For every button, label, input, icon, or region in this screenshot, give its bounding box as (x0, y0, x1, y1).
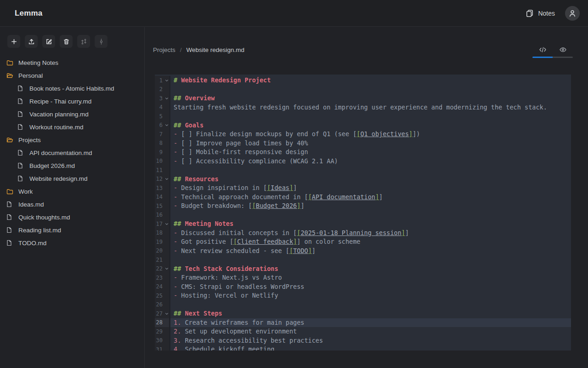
editor-line-content[interactable]: - Budget breakdown: [[Budget 2026]] (170, 201, 571, 211)
editor-line-content[interactable]: - [ ] Finalize design mockups by end of … (170, 130, 571, 139)
notes-button[interactable]: Notes (526, 9, 555, 17)
editor-line-content[interactable]: - Hosting: Vercel or Netlify (170, 291, 571, 300)
markdown-editor[interactable]: 1# Website Redesign Project23## Overview… (155, 75, 571, 351)
editor-line-content[interactable] (170, 112, 571, 121)
editor-line[interactable]: 7- [ ] Finalize design mockups by end of… (155, 130, 571, 139)
fold-chevron-icon[interactable] (164, 177, 169, 181)
editor-line[interactable]: 16 (155, 211, 571, 220)
editor-line[interactable]: 18- Discussed initial concepts in [[2025… (155, 229, 571, 238)
tab-preview-mode[interactable] (553, 44, 573, 56)
fold-chevron-icon[interactable] (164, 222, 169, 226)
commit-button[interactable] (95, 35, 107, 48)
breadcrumb-parent[interactable]: Projects (153, 46, 175, 55)
editor-line[interactable]: 10- [ ] Accessibility compliance (WCAG 2… (155, 157, 571, 166)
editor-line[interactable]: 22## Tech Stack Considerations (155, 264, 571, 274)
editor-line-content[interactable]: - Design inspiration in [[Ideas]] (170, 184, 571, 193)
editor-line[interactable]: 4Starting fresh website redesign focused… (155, 103, 571, 112)
wikilink[interactable]: API documentation (312, 193, 375, 201)
editor-line[interactable]: 292. Set up development environment (155, 327, 571, 336)
editor-line[interactable]: 21 (155, 255, 571, 264)
tree-file-quick-thoughts-md[interactable]: Quick thoughts.md (0, 211, 144, 224)
tree-file-ideas-md[interactable]: Ideas.md (0, 198, 144, 211)
editor-line[interactable]: 11 (155, 166, 571, 175)
tree-file-api-documentation-md[interactable]: API documentation.md (0, 146, 144, 159)
editor-line-content[interactable]: ## Next Steps (170, 309, 571, 318)
editor-line-content[interactable] (170, 85, 571, 94)
tree-folder-personal[interactable]: Personal (0, 69, 144, 82)
tree-file-vacation-planning-md[interactable]: Vacation planning.md (0, 108, 144, 121)
editor-line-content[interactable] (170, 166, 571, 175)
editor-line[interactable]: 13- Design inspiration in [[Ideas]] (155, 184, 571, 193)
sync-button[interactable] (77, 35, 90, 48)
editor-line[interactable]: 303. Research accessibility best practic… (155, 336, 571, 345)
editor-line-content[interactable]: - CMS: Strapi or headless WordPress (170, 282, 571, 292)
editor-line-content[interactable]: - Discussed initial concepts in [[2025-0… (170, 229, 571, 238)
new-note-button[interactable] (7, 35, 20, 48)
editor-line[interactable]: 3## Overview (155, 94, 571, 103)
wikilink[interactable]: 2025-01-18 Planning session (300, 229, 401, 236)
editor-line[interactable]: 24- CMS: Strapi or headless WordPress (155, 282, 571, 292)
wikilink[interactable]: TODO (293, 247, 308, 254)
tree-file-recipe-thai-curry-md[interactable]: Recipe - Thai curry.md (0, 95, 144, 108)
tree-file-todo-md[interactable]: TODO.md (0, 236, 144, 249)
editor-line[interactable]: 2 (155, 85, 571, 94)
fold-chevron-icon[interactable] (164, 267, 169, 270)
editor-line-content[interactable]: Starting fresh website redesign focused … (170, 103, 571, 112)
editor-line-content[interactable]: - Got positive [[Client feedback]] on co… (170, 237, 571, 247)
editor-line[interactable]: 25- Hosting: Vercel or Netlify (155, 291, 571, 300)
editor-line[interactable]: 20- Next review scheduled - see [[TODO]] (155, 247, 571, 256)
wikilink[interactable]: Ideas (271, 184, 289, 191)
editor-line-content[interactable] (170, 300, 571, 310)
editor-line-content[interactable]: - [ ] Improve page load times by 40% (170, 139, 571, 148)
user-avatar-button[interactable] (565, 6, 580, 21)
editor-line[interactable]: 14- Technical approach documented in [[A… (155, 193, 571, 202)
tree-file-workout-routine-md[interactable]: Workout routine.md (0, 121, 144, 133)
tree-file-website-redesign-md[interactable]: Website redesign.md (0, 172, 144, 185)
editor-line-content[interactable]: ## Overview (170, 94, 571, 103)
editor-line-content[interactable]: ## Resources (170, 175, 571, 184)
editor-line[interactable]: 26 (155, 300, 571, 310)
wikilink[interactable]: Budget 2026 (256, 202, 297, 209)
fold-chevron-icon[interactable] (164, 79, 169, 82)
editor-line[interactable]: 9- [ ] Mobile-first responsive design (155, 148, 571, 157)
editor-line-content[interactable] (170, 255, 571, 264)
editor-line[interactable]: 23- Framework: Next.js vs Astro (155, 273, 571, 282)
editor-line[interactable]: 12## Resources (155, 175, 571, 184)
tree-folder-projects[interactable]: Projects (0, 133, 144, 146)
editor-line[interactable]: 8- [ ] Improve page load times by 40% (155, 139, 571, 148)
editor-line[interactable]: 314. Schedule kickoff meeting (155, 345, 571, 351)
delete-button[interactable] (60, 35, 73, 48)
editor-line[interactable]: 19- Got positive [[Client feedback]] on … (155, 237, 571, 247)
editor-line-content[interactable]: 4. Schedule kickoff meeting (170, 345, 571, 351)
upload-button[interactable] (25, 35, 38, 48)
tab-code-mode[interactable] (532, 44, 553, 56)
wikilink[interactable]: Client feedback (237, 238, 293, 245)
editor-line-content[interactable]: # Website Redesign Project (170, 76, 571, 85)
edit-button[interactable] (42, 35, 55, 48)
tree-file-book-notes-atomic-habits-md[interactable]: Book notes - Atomic Habits.md (0, 82, 144, 95)
editor-line[interactable]: 27## Next Steps (155, 309, 571, 318)
editor-line[interactable]: 1# Website Redesign Project (155, 76, 571, 85)
editor-line[interactable]: 15- Budget breakdown: [[Budget 2026]] (155, 201, 571, 211)
editor-line-content[interactable]: 2. Set up development environment (170, 327, 571, 336)
editor-line-content[interactable]: ## Meeting Notes (170, 219, 571, 229)
tree-folder-work[interactable]: Work (0, 185, 144, 198)
tree-folder-meeting-notes[interactable]: Meeting Notes (0, 56, 144, 69)
tree-file-reading-list-md[interactable]: Reading list.md (0, 224, 144, 236)
fold-chevron-icon[interactable] (164, 123, 169, 127)
editor-line[interactable]: 17## Meeting Notes (155, 219, 571, 229)
fold-chevron-icon[interactable] (164, 312, 169, 316)
editor-line-content[interactable]: - [ ] Accessibility compliance (WCAG 2.1… (170, 157, 571, 166)
editor-line-content[interactable]: - Next review scheduled - see [[TODO]] (170, 247, 571, 256)
editor-line[interactable]: 5 (155, 112, 571, 121)
editor-line[interactable]: 6## Goals (155, 121, 571, 130)
editor-line-content[interactable]: ## Tech Stack Considerations (170, 264, 571, 274)
tree-file-budget-2026-md[interactable]: Budget 2026.md (0, 159, 144, 172)
editor-line-content[interactable]: - Technical approach documented in [[API… (170, 193, 571, 202)
fold-chevron-icon[interactable] (164, 97, 169, 100)
editor-line-content[interactable]: 3. Research accessibility best practices (170, 336, 571, 345)
editor-line-content[interactable]: - [ ] Mobile-first responsive design (170, 148, 571, 157)
editor-line[interactable]: 281. Create wireframes for main pages (155, 318, 571, 328)
editor-line-content[interactable] (170, 211, 571, 220)
editor-line-content[interactable]: - Framework: Next.js vs Astro (170, 273, 571, 282)
